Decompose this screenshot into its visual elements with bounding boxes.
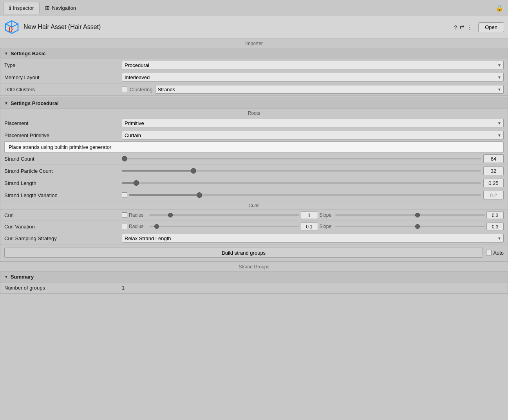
tab-navigation[interactable]: ⊞ Navigation [40,2,81,13]
type-row: Type Procedural Alembic Custom ▼ [0,59,508,71]
curl-variation-radius-slider[interactable] [149,226,299,227]
strand-length-label: Strand Length [4,180,122,186]
strand-length-variation-slider[interactable] [129,194,481,196]
settings-basic-title: Settings Basic [11,51,46,56]
curl-sampling-control: Relax Strand Length None ▼ [122,234,504,243]
strand-length-control: 0.25 [122,179,504,187]
build-button[interactable]: Build strand groups [4,248,483,258]
strand-length-variation-label: Strand Length Variation [4,192,122,198]
placement-primitive-label: Placement Primitive [4,132,122,138]
curl-checkbox[interactable] [122,212,127,218]
placement-primitive-dropdown[interactable]: Curtain Plane Cap Sphere Box ▼ [122,131,504,139]
curl-slope-slider[interactable] [335,214,485,216]
strand-length-variation-value[interactable]: 0.2 [483,191,504,199]
auto-checkbox[interactable] [486,250,492,255]
curl-row: Curl Radius 1 Slope 0.3 [0,210,508,221]
tab-inspector[interactable]: ℹ Inspector [3,2,40,14]
strand-length-slider[interactable] [122,182,481,184]
num-groups-value: 1 [122,285,125,291]
strand-particle-count-label: Strand Particle Count [4,168,122,174]
asset-icon: {} [4,19,20,35]
curl-control: Radius 1 Slope 0.3 [122,211,504,219]
strand-particle-count-slider[interactable] [122,170,481,172]
build-row: Build strand groups Auto [0,244,508,261]
curl-variation-slope-slider[interactable] [335,226,485,227]
curl-sampling-label: Curl Sampling Strategy [4,235,122,241]
tab-inspector-label: Inspector [13,5,34,11]
header-left: {} New Hair Asset (Hair Asset) [4,19,101,35]
curls-label: Curls [0,201,508,210]
tooltip-text: Place strands using builtin primitive ge… [9,144,111,150]
strand-count-value[interactable]: 64 [483,154,504,163]
memory-layout-label: Memory Layout [4,74,122,80]
strand-length-variation-slider-container: 0.2 [129,191,504,199]
tooltip-box: Place strands using builtin primitive ge… [4,141,504,153]
lod-clusters-checkbox[interactable] [122,87,127,92]
strand-particle-count-slider-container: 32 [122,167,504,175]
asset-title: New Hair Asset (Hair Asset) [24,24,101,31]
curl-slope-label: Slope [320,212,334,218]
type-label: Type [4,62,122,68]
type-select[interactable]: Procedural Alembic Custom [122,61,504,69]
open-button[interactable]: Open [478,22,504,32]
help-icon[interactable]: ? [454,24,457,31]
placement-select[interactable]: Primitive Mesh Custom [122,119,504,127]
settings-icon[interactable]: ⇄ [459,24,465,31]
type-control: Procedural Alembic Custom ▼ [122,61,504,69]
lod-strands-dropdown[interactable]: Strands Particles ▼ [155,85,504,94]
asset-header: {} New Hair Asset (Hair Asset) ? ⇄ ⋮ Ope… [0,16,508,38]
num-groups-label: Number of groups [4,285,122,291]
header-right: ? ⇄ ⋮ Open [454,22,504,32]
curl-sampling-row: Curl Sampling Strategy Relax Strand Leng… [0,232,508,244]
settings-procedural-header[interactable]: ▼ Settings Procedural [0,98,508,109]
curl-slope-value[interactable]: 0.3 [486,211,504,219]
curl-label: Curl [4,212,122,218]
placement-dropdown[interactable]: Primitive Mesh Custom ▼ [122,119,504,127]
importer-label: Importer [0,38,508,48]
lod-strands-select[interactable]: Strands Particles [155,85,504,94]
settings-procedural-panel: ▼ Settings Procedural Roots Placement Pr… [0,98,508,262]
strand-particle-count-value[interactable]: 32 [483,167,504,175]
curl-var-radius-label: Radius [129,224,148,229]
memory-layout-select[interactable]: Interleaved Sequential [122,73,504,81]
strand-length-variation-row: Strand Length Variation 0.2 [0,189,508,201]
curl-sampling-dropdown[interactable]: Relax Strand Length None ▼ [122,234,504,243]
settings-basic-header[interactable]: ▼ Settings Basic [0,48,508,59]
strand-count-slider[interactable] [122,158,481,159]
num-groups-row: Number of groups 1 [0,282,508,293]
strand-count-slider-container: 64 [122,154,504,163]
auto-label: Auto [493,250,504,256]
placement-label: Placement [4,120,122,126]
curl-radius-value[interactable]: 1 [301,211,318,219]
type-dropdown[interactable]: Procedural Alembic Custom ▼ [122,61,504,69]
tab-navigation-label: Navigation [52,5,76,11]
curl-variation-control: Radius 0.1 Slope 0.3 [122,223,504,230]
tab-bar: ℹ Inspector ⊞ Navigation 🔒 [0,0,508,16]
placement-primitive-select[interactable]: Curtain Plane Cap Sphere Box [122,131,504,139]
summary-panel: ▼ Summary Number of groups 1 [0,271,508,294]
curl-variation-slope-value[interactable]: 0.3 [486,223,504,230]
menu-icon[interactable]: ⋮ [467,24,473,31]
nav-icon: ⊞ [45,5,50,11]
curl-radius-slider[interactable] [149,214,299,216]
curl-var-slope-label: Slope [320,224,334,229]
summary-header[interactable]: ▼ Summary [0,272,508,282]
lod-clusters-row: LOD Clusters Clustering Strands Particle… [0,83,508,96]
curl-variation-radius-value[interactable]: 0.1 [301,223,318,230]
memory-layout-dropdown[interactable]: Interleaved Sequential ▼ [122,73,504,81]
strand-length-value[interactable]: 0.25 [483,179,504,187]
curl-sampling-select[interactable]: Relax Strand Length None [122,234,504,243]
settings-basic-panel: ▼ Settings Basic Type Procedural Alembic… [0,48,508,96]
roots-label: Roots [0,109,508,117]
summary-triangle: ▼ [4,275,8,279]
strand-particle-count-row: Strand Particle Count 32 [0,165,508,177]
procedural-triangle: ▼ [4,101,8,105]
strand-particle-count-control: 32 [122,167,504,175]
strand-length-variation-checkbox[interactable] [122,192,127,198]
curl-variation-checkbox[interactable] [122,224,127,229]
placement-row: Placement Primitive Mesh Custom ▼ [0,117,508,129]
lod-clusters-label: LOD Clusters [4,87,122,92]
placement-primitive-control: Curtain Plane Cap Sphere Box ▼ [122,131,504,139]
header-icons: ? ⇄ ⋮ [454,24,473,31]
curl-variation-row: Curl Variation Radius 0.1 Slope 0.3 [0,221,508,232]
